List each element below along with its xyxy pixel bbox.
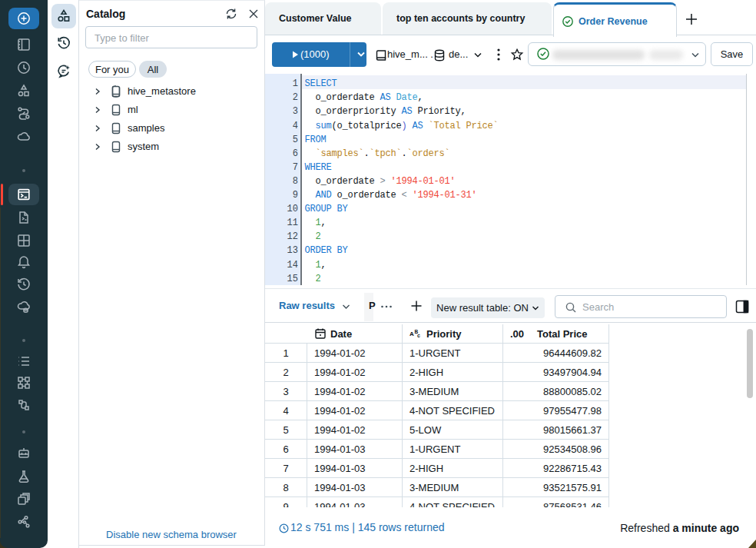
- svg-text:A: A: [410, 330, 414, 337]
- svg-text:c: c: [417, 333, 420, 338]
